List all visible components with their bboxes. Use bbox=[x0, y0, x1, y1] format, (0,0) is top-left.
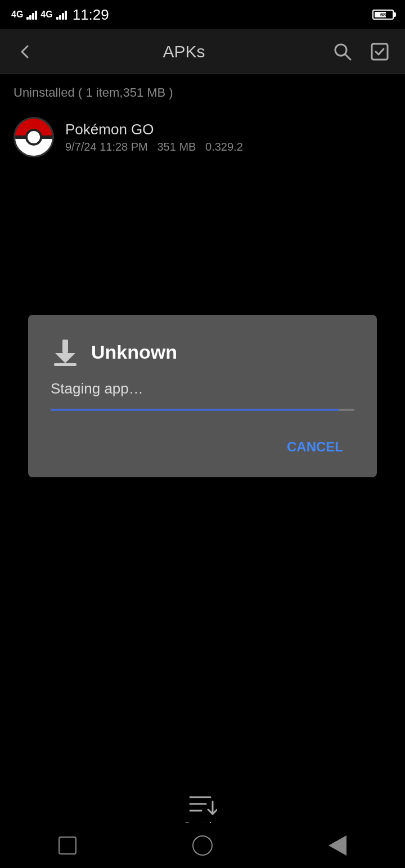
svg-rect-5 bbox=[54, 363, 76, 366]
dialog-progress-bar bbox=[51, 409, 354, 411]
app-date: 9/7/24 11:28 PM bbox=[65, 141, 148, 153]
app-name: Pokémon GO bbox=[65, 121, 392, 138]
app-size: 351 MB bbox=[157, 141, 196, 153]
status-left: 4G 4G 11:29 bbox=[11, 6, 109, 24]
status-bar: 4G 4G 11:29 68 bbox=[0, 0, 405, 29]
app-meta: 9/7/24 11:28 PM 351 MB 0.329.2 bbox=[65, 141, 392, 153]
dialog-title: Unknown bbox=[91, 341, 177, 363]
signal1-icon bbox=[26, 10, 37, 20]
recents-button[interactable] bbox=[51, 829, 84, 862]
carrier1-label: 4G bbox=[11, 10, 23, 20]
back-button[interactable] bbox=[11, 38, 39, 66]
signal2-icon bbox=[56, 10, 67, 20]
svg-rect-2 bbox=[372, 44, 388, 60]
app-info: Pokémon GO 9/7/24 11:28 PM 351 MB 0.329.… bbox=[65, 121, 392, 153]
dialog-title-row: Unknown bbox=[51, 337, 354, 367]
triangle-icon bbox=[328, 835, 346, 856]
home-button[interactable] bbox=[186, 829, 219, 862]
square-icon bbox=[58, 837, 76, 855]
status-right: 68 bbox=[372, 10, 394, 20]
android-nav-bar bbox=[0, 823, 405, 868]
content-area: Uninstalled ( 1 item,351 MB ) Pokémon GO… bbox=[0, 74, 405, 174]
search-button[interactable] bbox=[328, 38, 357, 66]
page-title: APKs bbox=[39, 42, 328, 61]
dialog-message: Staging app… bbox=[51, 380, 354, 397]
battery-icon: 68 bbox=[372, 10, 394, 20]
back-nav-button[interactable] bbox=[321, 829, 354, 862]
carrier2-label: 4G bbox=[40, 10, 52, 20]
install-dialog: Unknown Staging app… CANCEL bbox=[28, 315, 377, 477]
app-icon bbox=[14, 117, 54, 157]
section-header: Uninstalled ( 1 item,351 MB ) bbox=[14, 85, 392, 100]
dialog-progress-fill bbox=[51, 409, 339, 411]
battery-level: 68 bbox=[380, 12, 386, 17]
svg-rect-3 bbox=[62, 340, 68, 353]
app-version: 0.329.2 bbox=[205, 141, 243, 153]
svg-line-1 bbox=[345, 54, 350, 60]
cancel-button[interactable]: CANCEL bbox=[276, 433, 354, 460]
circle-icon bbox=[192, 835, 213, 856]
svg-marker-4 bbox=[55, 353, 75, 363]
status-time: 11:29 bbox=[73, 6, 109, 24]
app-bar-actions bbox=[328, 38, 394, 66]
dialog-actions: CANCEL bbox=[51, 433, 354, 460]
download-icon bbox=[51, 337, 80, 367]
app-bar: APKs bbox=[0, 29, 405, 74]
list-item[interactable]: Pokémon GO 9/7/24 11:28 PM 351 MB 0.329.… bbox=[14, 111, 392, 163]
select-button[interactable] bbox=[366, 38, 394, 66]
